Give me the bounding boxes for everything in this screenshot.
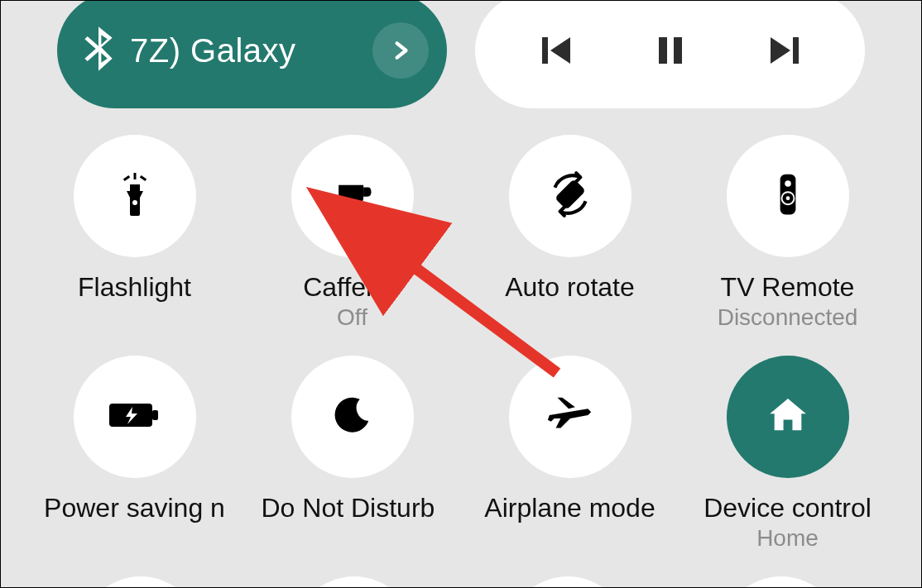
chevron-right-icon[interactable] [372,22,429,79]
tile-label: Device control [704,493,872,523]
top-pills-row: 7Z) Galaxy [1,0,921,108]
bluetooth-icon [82,26,115,75]
flashlight-toggle[interactable] [74,135,196,257]
svg-point-12 [785,180,791,187]
svg-rect-1 [659,37,667,64]
tile-peek[interactable] [293,576,415,588]
media-previous-button[interactable] [532,26,582,75]
dnd-toggle[interactable] [291,356,414,478]
coffee-icon [328,170,377,222]
svg-rect-8 [139,175,146,181]
tile-powersaving: Power saving n [34,356,235,552]
tvremote-toggle[interactable] [727,135,849,257]
airplane-toggle[interactable] [509,356,631,478]
tile-peek[interactable] [79,576,202,588]
media-pause-button[interactable] [646,26,695,75]
bluetooth-pill[interactable]: 7Z) Galaxy [57,0,447,108]
svg-rect-16 [152,410,158,420]
tile-flashlight: Flashlight [34,135,235,331]
svg-point-5 [132,200,137,205]
powersaving-toggle[interactable] [74,356,196,478]
tile-label: Airplane mode [484,493,655,523]
tile-label: Do Not Disturb [262,493,444,525]
svg-rect-10 [555,179,586,210]
tile-label: Flashlight [78,272,191,303]
rotate-icon [543,167,598,225]
svg-rect-9 [339,208,365,211]
tile-autorotate: Auto rotate [469,135,670,331]
tile-label: Auto rotate [505,272,635,303]
tile-airplane: Airplane mode [469,356,670,552]
remote-icon [763,167,813,225]
tile-sublabel: Home [756,525,819,552]
tile-label: TV Remote [721,272,855,303]
quick-settings-grid: Flashlight Caffeine Off [1,108,921,552]
media-next-button[interactable] [759,26,809,75]
home-icon [764,391,812,442]
bluetooth-label: 7Z) Galaxy [130,32,296,69]
svg-rect-0 [542,37,548,64]
moon-icon [329,392,376,442]
tile-caffeine: Caffeine Off [252,135,453,331]
tile-sublabel: Off [337,304,367,331]
svg-point-14 [785,196,790,200]
tile-sublabel: Disconnected [718,304,858,331]
tile-dnd: Do Not Disturb [252,356,453,552]
tile-label: Power saving n [44,493,225,523]
tile-peek[interactable] [507,576,629,588]
quick-settings-row3-peek [1,552,921,588]
svg-rect-4 [130,184,140,191]
svg-rect-7 [122,175,129,181]
caffeine-toggle[interactable] [291,135,414,257]
dnd-label-text: Do Not Disturb [262,493,435,523]
media-controls-pill [475,0,865,108]
plane-icon [545,390,596,444]
devicecontrol-toggle[interactable] [727,356,849,478]
flashlight-icon [108,168,161,224]
svg-rect-3 [793,37,799,64]
tile-devicecontrol: Device control Home [687,356,888,552]
autorotate-toggle[interactable] [509,135,631,257]
tile-label: Caffeine [303,272,401,303]
tile-tvremote: TV Remote Disconnected [687,135,888,331]
svg-rect-2 [674,37,682,64]
battery-icon [106,397,164,437]
svg-rect-6 [133,173,136,179]
tile-peek[interactable] [720,576,843,588]
